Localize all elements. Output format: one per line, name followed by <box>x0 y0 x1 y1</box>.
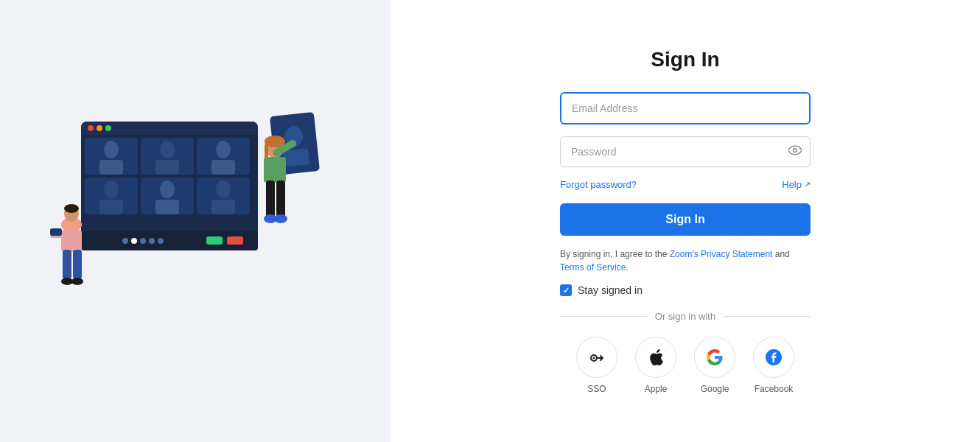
svg-rect-44 <box>50 228 62 236</box>
sign-in-button[interactable]: Sign In <box>560 203 811 236</box>
sso-button[interactable] <box>576 337 617 378</box>
help-label: Help <box>782 179 802 190</box>
right-panel: Sign In Forgot password? Help ↗ Sign In … <box>391 0 980 442</box>
left-panel <box>0 0 391 442</box>
svg-point-28 <box>149 238 155 244</box>
stay-signed-row: Stay signed in <box>560 284 811 296</box>
illustration <box>41 103 350 339</box>
svg-point-29 <box>158 238 164 244</box>
divider-text: Or sign in with <box>655 311 715 322</box>
divider-line-right <box>723 316 811 317</box>
links-row: Forgot password? Help ↗ <box>560 179 811 190</box>
svg-point-19 <box>160 180 175 198</box>
terms-text: By signing in, I agree to the Zoom's Pri… <box>560 248 811 274</box>
apple-label: Apple <box>645 384 668 394</box>
svg-point-26 <box>131 238 137 244</box>
svg-point-37 <box>64 204 79 213</box>
facebook-label: Facebook <box>755 384 794 394</box>
external-link-icon: ↗ <box>804 180 811 189</box>
svg-rect-51 <box>276 180 285 217</box>
svg-rect-14 <box>211 160 235 175</box>
svg-point-16 <box>104 180 119 198</box>
sign-in-container: Sign In Forgot password? Help ↗ Sign In … <box>560 48 811 394</box>
divider-row: Or sign in with <box>560 311 811 322</box>
terms-prefix: By signing in, I agree to the <box>560 249 670 259</box>
svg-rect-8 <box>99 160 123 175</box>
password-toggle-icon[interactable] <box>788 145 802 158</box>
page-title: Sign In <box>560 48 811 71</box>
email-input[interactable] <box>560 92 811 124</box>
forgot-password-link[interactable]: Forgot password? <box>560 179 637 190</box>
svg-point-43 <box>71 278 83 285</box>
svg-point-27 <box>140 238 146 244</box>
sso-option[interactable]: SSO <box>576 337 617 394</box>
password-input[interactable] <box>560 136 811 167</box>
facebook-option[interactable]: Facebook <box>753 337 794 394</box>
svg-point-42 <box>61 278 73 285</box>
svg-rect-11 <box>155 160 179 175</box>
sso-label: SSO <box>587 384 606 394</box>
svg-point-5 <box>105 125 111 131</box>
stay-signed-checkbox[interactable] <box>560 284 572 296</box>
svg-rect-17 <box>99 200 123 214</box>
svg-rect-48 <box>264 157 286 183</box>
svg-point-54 <box>794 149 797 152</box>
svg-point-10 <box>160 141 175 158</box>
facebook-button[interactable] <box>753 337 794 378</box>
svg-point-13 <box>216 141 231 158</box>
svg-point-53 <box>274 214 287 223</box>
google-button[interactable] <box>694 337 735 378</box>
svg-point-56 <box>593 357 595 359</box>
svg-point-22 <box>216 180 231 198</box>
svg-rect-41 <box>73 250 82 279</box>
google-option[interactable]: Google <box>694 337 735 394</box>
apple-option[interactable]: Apple <box>635 337 676 394</box>
divider-line-left <box>560 316 648 317</box>
stay-signed-label: Stay signed in <box>578 284 643 296</box>
svg-point-7 <box>104 141 119 158</box>
terms-suffix: . <box>626 262 628 273</box>
terms-middle: and <box>772 249 789 259</box>
tos-link[interactable]: Terms of Service <box>560 262 626 273</box>
password-form-group <box>560 136 811 167</box>
apple-button[interactable] <box>635 337 676 378</box>
svg-point-25 <box>122 238 128 244</box>
social-row: SSO Apple <box>560 337 811 394</box>
svg-rect-30 <box>206 236 223 245</box>
svg-rect-23 <box>211 200 235 214</box>
svg-rect-50 <box>266 180 275 217</box>
svg-rect-40 <box>63 250 71 279</box>
svg-point-4 <box>97 125 102 131</box>
email-form-group <box>560 92 811 124</box>
svg-rect-31 <box>227 236 243 245</box>
svg-rect-38 <box>61 230 82 252</box>
google-label: Google <box>701 384 729 394</box>
svg-point-3 <box>88 125 94 131</box>
svg-rect-20 <box>155 200 179 214</box>
help-link[interactable]: Help ↗ <box>782 179 811 190</box>
privacy-link[interactable]: Zoom's Privacy Statement <box>670 249 773 259</box>
